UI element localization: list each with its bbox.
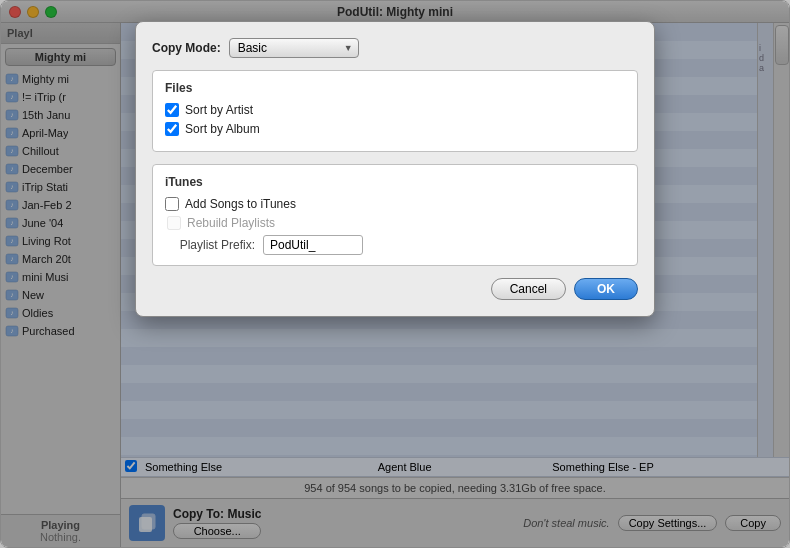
dialog-buttons: Cancel OK (152, 278, 638, 300)
sort-by-album-row[interactable]: Sort by Album (165, 122, 625, 136)
sort-by-artist-checkbox[interactable] (165, 103, 179, 117)
itunes-section-title: iTunes (165, 175, 625, 189)
copy-mode-label: Copy Mode: (152, 41, 221, 55)
prefix-label: Playlist Prefix: (165, 238, 255, 252)
add-songs-label: Add Songs to iTunes (185, 197, 296, 211)
prefix-row: Playlist Prefix: (165, 235, 625, 255)
cancel-button[interactable]: Cancel (491, 278, 566, 300)
copy-mode-select[interactable]: Basic Advanced (229, 38, 359, 58)
sort-by-album-checkbox[interactable] (165, 122, 179, 136)
sort-by-artist-row[interactable]: Sort by Artist (165, 103, 625, 117)
rebuild-playlists-label: Rebuild Playlists (187, 216, 275, 230)
add-songs-checkbox[interactable] (165, 197, 179, 211)
rebuild-playlists-row[interactable]: Rebuild Playlists (167, 216, 625, 230)
dialog-overlay: Copy Mode: Basic Advanced Files Sort by … (1, 1, 789, 547)
itunes-section: iTunes Add Songs to iTunes Rebuild Playl… (152, 164, 638, 266)
add-songs-row[interactable]: Add Songs to iTunes (165, 197, 625, 211)
copy-mode-row: Copy Mode: Basic Advanced (152, 38, 638, 58)
sort-by-album-label: Sort by Album (185, 122, 260, 136)
ok-button[interactable]: OK (574, 278, 638, 300)
prefix-input[interactable] (263, 235, 363, 255)
rebuild-playlists-checkbox[interactable] (167, 216, 181, 230)
main-window: PodUtil: Mighty mini Playl Mighty mi ♪ M… (0, 0, 790, 548)
files-section: Files Sort by Artist Sort by Album (152, 70, 638, 152)
copy-mode-select-wrapper[interactable]: Basic Advanced (229, 38, 359, 58)
sort-by-artist-label: Sort by Artist (185, 103, 253, 117)
files-section-title: Files (165, 81, 625, 95)
copy-dialog: Copy Mode: Basic Advanced Files Sort by … (135, 21, 655, 317)
